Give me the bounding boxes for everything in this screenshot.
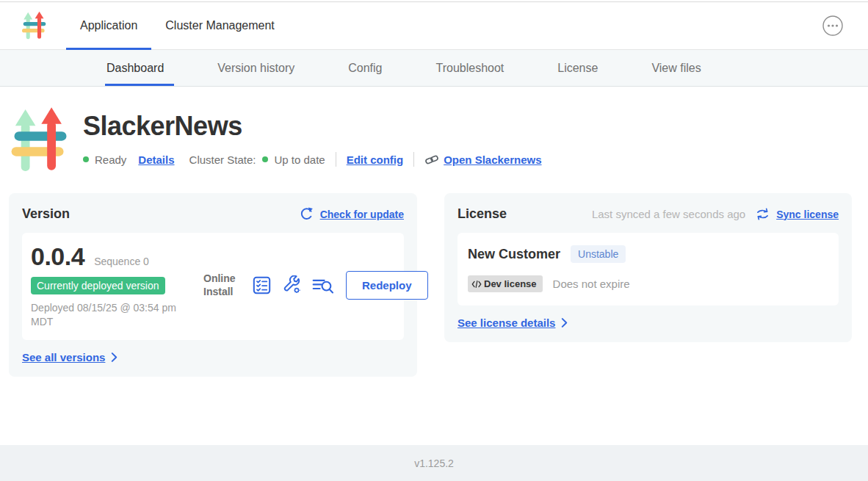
sync-license-link[interactable]: Sync license: [776, 209, 839, 220]
cluster-state-value: Up to date: [274, 153, 325, 166]
check-for-update-link[interactable]: Check for update: [320, 209, 404, 220]
app-logo-large-icon: [11, 106, 70, 174]
app-status-row: Ready Details Cluster State: Up to date …: [83, 152, 542, 167]
last-synced-label: Last synced a few seconds ago: [592, 208, 745, 220]
divider: [336, 152, 336, 167]
current-version-panel: 0.0.4 Sequence 0 Currently deployed vers…: [22, 233, 404, 340]
footer: v1.125.2: [0, 445, 868, 481]
license-card-title: License: [457, 206, 507, 222]
ellipsis-circle-icon: [822, 28, 844, 39]
license-expiry: Does not expire: [553, 278, 630, 290]
open-app-link-label: Open Slackernews: [444, 153, 541, 166]
customer-name: New Customer: [468, 247, 560, 262]
details-link[interactable]: Details: [138, 153, 174, 166]
see-all-versions-link[interactable]: See all versions: [22, 351, 105, 364]
app-subnav: Dashboard Version history Config Trouble…: [0, 50, 868, 87]
wrench-gear-icon[interactable]: [282, 275, 302, 295]
version-number: 0.0.4: [31, 242, 84, 271]
code-brackets-icon: [471, 281, 482, 288]
channel-badge: Unstable: [571, 245, 626, 263]
open-app-link[interactable]: Open Slackernews: [424, 153, 541, 166]
license-card: License Last synced a few seconds ago: [444, 193, 852, 342]
preflight-checklist-icon[interactable]: [252, 275, 272, 295]
license-type-badge-label: Dev license: [484, 278, 537, 289]
subnav-config[interactable]: Config: [348, 50, 382, 86]
version-card-title: Version: [22, 206, 70, 222]
divider: [413, 152, 414, 167]
app-logo-icon: [22, 11, 47, 40]
app-status-label: Ready: [95, 153, 126, 166]
main-content: SlackerNews Ready Details Cluster State:…: [0, 87, 868, 445]
page-title: SlackerNews: [83, 111, 542, 142]
deployed-timestamp: Deployed 08/15/25 @ 03:54 pm MDT: [31, 301, 192, 329]
subnav-config-label: Config: [348, 62, 382, 75]
tab-application-label: Application: [80, 19, 137, 32]
tab-cluster-management-label: Cluster Management: [165, 19, 275, 32]
subnav-troubleshoot[interactable]: Troubleshoot: [435, 50, 504, 86]
app-hero: SlackerNews Ready Details Cluster State:…: [0, 87, 868, 174]
edit-config-link[interactable]: Edit config: [347, 153, 404, 166]
page: Application Cluster Management Dashboard…: [0, 0, 868, 481]
subnav-dashboard[interactable]: Dashboard: [106, 50, 164, 86]
license-panel: New Customer Unstable: [457, 233, 839, 305]
subnav-version-history[interactable]: Version history: [217, 50, 294, 86]
deployed-status-badge: Currently deployed version: [31, 277, 165, 294]
see-license-details-link[interactable]: See license details: [457, 317, 555, 329]
overflow-menu-button[interactable]: [822, 15, 844, 37]
tab-application[interactable]: Application: [66, 2, 151, 49]
subnav-dashboard-label: Dashboard: [106, 62, 164, 75]
subnav-view-files-label: View files: [651, 62, 701, 75]
subnav-troubleshoot-label: Troubleshoot: [435, 62, 504, 75]
install-type-label: Online Install: [203, 272, 242, 298]
console-version: v1.125.2: [414, 458, 454, 469]
primary-header: Application Cluster Management: [0, 2, 868, 50]
app-status-dot: [83, 156, 89, 162]
lines-magnifier-icon[interactable]: [312, 276, 334, 294]
subnav-license-label: License: [557, 62, 598, 75]
license-type-badge: Dev license: [468, 275, 543, 292]
tab-cluster-management[interactable]: Cluster Management: [151, 2, 289, 49]
chevron-right-icon: [561, 318, 568, 328]
subnav-version-history-label: Version history: [217, 62, 294, 75]
cluster-state-dot: [262, 156, 268, 162]
subnav-license[interactable]: License: [557, 50, 598, 86]
chevron-right-icon: [111, 352, 117, 362]
version-sequence: Sequence 0: [94, 256, 149, 267]
cluster-state-label: Cluster State:: [189, 153, 256, 166]
primary-tabs: Application Cluster Management: [66, 2, 289, 49]
version-card: Version Check for update: [9, 193, 417, 377]
arrows-swap-icon: [756, 208, 770, 220]
dashboard-cards: Version Check for update: [9, 193, 859, 377]
chain-link-icon: [424, 154, 439, 165]
refresh-icon: [300, 207, 314, 221]
subnav-view-files[interactable]: View files: [651, 50, 701, 86]
redeploy-button[interactable]: Redeploy: [346, 271, 428, 300]
